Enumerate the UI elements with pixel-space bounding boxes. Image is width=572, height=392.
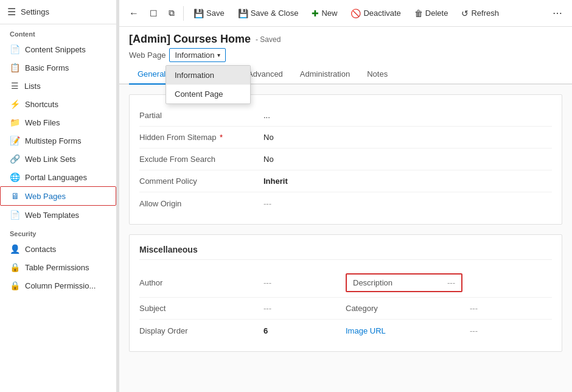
- description-box: Description ---: [346, 273, 462, 292]
- sidebar-item-label: Column Permissio...: [25, 281, 96, 290]
- main-panel: ← ☐ ⧉ 💾 Save 💾 Save & Close ✚ New 🚫 Deac…: [119, 0, 572, 392]
- web-files-icon: 📁: [10, 117, 20, 127]
- save-close-button[interactable]: 💾 Save & Close: [232, 5, 305, 21]
- security-section-label: Security: [0, 224, 116, 240]
- web-templates-icon: 📄: [10, 210, 20, 220]
- comment-policy-label: Comment Policy: [139, 177, 261, 186]
- exclude-search-value: No: [261, 153, 552, 165]
- deactivate-icon: 🚫: [351, 9, 361, 18]
- save-button[interactable]: 💾 Save: [187, 5, 231, 21]
- category-value: ---: [467, 303, 552, 314]
- form-row-hidden-sitemap: Hidden From Sitemap * No: [139, 127, 552, 149]
- sidebar-item-basic-forms[interactable]: 📋 Basic Forms: [0, 58, 116, 77]
- sidebar-item-contacts[interactable]: 👤 Contacts: [0, 240, 116, 258]
- multistep-forms-icon: 📝: [10, 136, 20, 145]
- popup-button[interactable]: ⧉: [164, 5, 180, 21]
- more-button[interactable]: ⋯: [548, 4, 567, 22]
- form-row-author-description: Author --- Description ---: [139, 268, 552, 298]
- dropdown-item-label: Content Page: [175, 89, 223, 99]
- sidebar-item-lists[interactable]: ☰ Lists: [0, 77, 116, 95]
- sidebar-item-web-templates[interactable]: 📄 Web Templates: [0, 206, 116, 224]
- sidebar-item-web-link-sets[interactable]: 🔗 Web Link Sets: [0, 150, 116, 168]
- allow-origin-value: ---: [261, 198, 552, 209]
- misc-section: Miscellaneous Author --- Description ---: [129, 234, 562, 352]
- lists-icon: ☰: [10, 81, 19, 91]
- deactivate-label: Deactivate: [363, 9, 400, 18]
- page-title-text: [Admin] Courses Home: [129, 33, 251, 46]
- sidebar-item-column-permissions[interactable]: 🔒 Column Permissio...: [0, 276, 116, 295]
- comment-policy-value: Inherit: [261, 175, 552, 187]
- form-row-comment-policy: Comment Policy Inherit: [139, 170, 552, 192]
- popup-icon: ⧉: [169, 8, 175, 18]
- refresh-icon: ↺: [461, 9, 469, 18]
- delete-icon: 🗑: [414, 9, 423, 18]
- author-value: ---: [261, 277, 346, 289]
- sidebar-header: ☰ Settings: [0, 0, 116, 24]
- required-asterisk: *: [220, 133, 223, 142]
- sidebar-item-portal-languages[interactable]: 🌐 Portal Languages: [0, 168, 116, 186]
- dropdown-trigger[interactable]: Information ▾: [169, 48, 225, 62]
- misc-section-title: Miscellaneous: [139, 245, 552, 260]
- page-subtitle: Web Page Information ▾ Information Conte…: [129, 48, 562, 62]
- delete-button[interactable]: 🗑 Delete: [408, 5, 455, 21]
- description-box-value: ---: [447, 278, 455, 287]
- tab-advanced-label: Advanced: [248, 69, 283, 79]
- sidebar-item-label: Portal Languages: [25, 173, 87, 182]
- form-row-allow-origin: Allow Origin ---: [139, 192, 552, 214]
- sidebar-item-table-permissions[interactable]: 🔒 Table Permissions: [0, 258, 116, 276]
- description-box-label: Description: [353, 278, 392, 287]
- sidebar-item-web-pages[interactable]: 🖥 Web Pages: [0, 186, 116, 206]
- more-icon: ⋯: [553, 8, 562, 18]
- sidebar-item-content-snippets[interactable]: 📄 Content Snippets: [0, 40, 116, 58]
- column-permissions-icon: 🔒: [10, 281, 20, 290]
- sidebar-item-label: Web Pages: [25, 192, 66, 201]
- exclude-search-label: Exclude From Search: [139, 155, 261, 164]
- save-close-icon: 💾: [238, 9, 248, 18]
- saved-badge: - Saved: [256, 35, 281, 44]
- page-title-area: [Admin] Courses Home - Saved Web Page In…: [119, 27, 572, 62]
- sidebar-item-label: Content Snippets: [25, 45, 86, 54]
- dropdown-item-content-page[interactable]: Content Page: [166, 85, 250, 103]
- sidebar-item-web-files[interactable]: 📁 Web Files: [0, 113, 116, 131]
- sidebar-item-label: Basic Forms: [25, 63, 69, 72]
- sidebar-item-label: Web Files: [25, 118, 60, 127]
- dropdown-menu: Information Content Page: [166, 65, 251, 104]
- save-icon: 💾: [194, 9, 204, 18]
- deactivate-button[interactable]: 🚫 Deactivate: [344, 5, 406, 21]
- tab-administration[interactable]: Administration: [291, 66, 358, 85]
- toolbar: ← ☐ ⧉ 💾 Save 💾 Save & Close ✚ New 🚫 Deac…: [119, 0, 572, 27]
- display-order-value: 6: [261, 325, 346, 337]
- tab-notes[interactable]: Notes: [358, 66, 396, 85]
- sidebar-item-multistep-forms[interactable]: 📝 Multistep Forms: [0, 131, 116, 150]
- partial-label-text: Partial: [139, 111, 162, 120]
- refresh-button[interactable]: ↺ Refresh: [455, 5, 505, 21]
- description-value-col: [467, 282, 552, 284]
- form-row-partial: Partial ...: [139, 105, 552, 127]
- sidebar-item-label: Table Permissions: [25, 263, 89, 272]
- sidebar-item-label: Shortcuts: [25, 100, 58, 109]
- dropdown-current-value: Information: [175, 51, 214, 60]
- general-form-section: Partial ... Hidden From Sitemap * No Exc…: [129, 94, 562, 225]
- new-button[interactable]: ✚ New: [305, 5, 343, 21]
- hamburger-icon[interactable]: ☰: [7, 6, 16, 18]
- partial-label: Partial: [139, 111, 261, 120]
- web-link-sets-icon: 🔗: [10, 154, 20, 164]
- allow-origin-label: Allow Origin: [139, 199, 261, 208]
- content-area: Partial ... Hidden From Sitemap * No Exc…: [119, 85, 572, 392]
- sidebar-item-label: Web Templates: [25, 211, 79, 220]
- page-view-icon: ☐: [150, 9, 158, 18]
- sidebar: ☰ Settings Content 📄 Content Snippets 📋 …: [0, 0, 117, 392]
- basic-forms-icon: 📋: [10, 63, 20, 72]
- category-label: Category: [346, 304, 467, 313]
- back-button[interactable]: ←: [124, 5, 144, 22]
- contacts-icon: 👤: [10, 244, 20, 254]
- sidebar-item-shortcuts[interactable]: ⚡ Shortcuts: [0, 95, 116, 113]
- tab-notes-label: Notes: [367, 69, 388, 79]
- table-permissions-icon: 🔒: [10, 262, 20, 272]
- dropdown-item-information[interactable]: Information: [166, 66, 250, 85]
- web-page-label: Web Page: [129, 51, 166, 60]
- content-section-label: Content: [0, 24, 116, 40]
- image-url-label: Image URL: [346, 326, 467, 335]
- page-view-button[interactable]: ☐: [145, 5, 162, 21]
- new-icon: ✚: [312, 9, 319, 18]
